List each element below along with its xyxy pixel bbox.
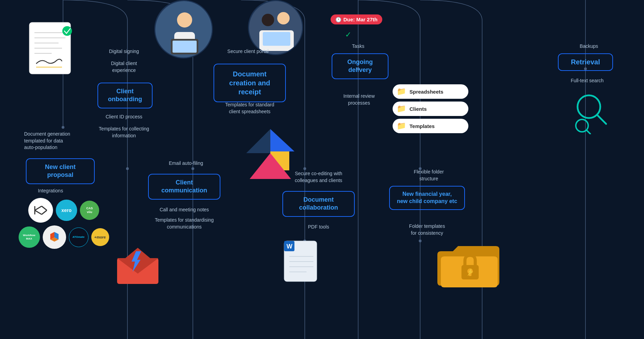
svg-line-54 bbox=[586, 130, 590, 134]
email-autofiling-label: Email auto-filing bbox=[152, 160, 220, 167]
folder-icon-templates: 📁 bbox=[397, 121, 406, 130]
fulltext-label: Full-text search bbox=[560, 77, 615, 84]
due-badge: 🕐 Due: Mar 27th bbox=[331, 14, 382, 24]
svg-point-0 bbox=[62, 126, 64, 129]
folder-templates: 📁 Templates bbox=[393, 119, 468, 133]
doc-gen-label: Document generation templated for data a… bbox=[24, 131, 93, 151]
backups-label: Backups bbox=[561, 43, 616, 50]
svg-point-36 bbox=[262, 14, 274, 26]
signed-document bbox=[28, 21, 76, 76]
svg-point-7 bbox=[419, 240, 422, 242]
pdf-tools-label: PDF tools bbox=[289, 224, 348, 231]
client-id-label: Client ID process bbox=[96, 114, 152, 120]
more-logo: +more bbox=[91, 228, 109, 246]
digital-signing-label: Digital signing bbox=[96, 48, 152, 55]
folder-templates-label: Folder templates for consistency bbox=[391, 223, 463, 236]
clock-icon: 🕐 bbox=[335, 17, 341, 22]
folder-lock-icon bbox=[434, 241, 503, 289]
folder-clients: 📁 Clients bbox=[393, 102, 468, 116]
search-icons bbox=[572, 89, 616, 134]
client-communication-box: Client communication bbox=[148, 174, 220, 200]
tasks-checkmark: ✓ bbox=[345, 30, 351, 39]
svg-rect-39 bbox=[263, 32, 290, 46]
svg-text:W: W bbox=[287, 243, 292, 250]
new-financial-year-box: New financial year, new child company et… bbox=[389, 186, 465, 210]
new-client-proposal-box: New client proposal bbox=[26, 158, 95, 184]
templates-collecting-label: Templates for collecting information bbox=[91, 126, 157, 139]
svg-marker-40 bbox=[270, 129, 294, 151]
document-creation-box: Document creation and receipt bbox=[214, 64, 286, 102]
secure-portal-label: Secure client portal bbox=[214, 48, 282, 55]
integration-logos: xero CAS viiu WorkflowMAX ATOmate +more bbox=[17, 198, 110, 249]
templates-spreadsheets-label: Templates for standard client spreadshee… bbox=[214, 102, 286, 115]
tasks-label: Tasks bbox=[334, 43, 382, 50]
word-doc-icon: W bbox=[282, 239, 324, 284]
folder-icon-spreadsheets: 📁 bbox=[397, 87, 406, 96]
folder-icon-clients: 📁 bbox=[397, 104, 406, 113]
email-icon bbox=[114, 241, 162, 286]
workflowmax-logo: WorkflowMAX bbox=[19, 226, 40, 248]
xero-logo: xero bbox=[56, 200, 77, 221]
svg-point-27 bbox=[177, 12, 192, 28]
client-onboarding-box: Client onboarding bbox=[97, 83, 153, 108]
office365-logo bbox=[43, 225, 66, 249]
flexible-folder-label: Flexible folder structure bbox=[394, 169, 463, 182]
client-onboarding-photo bbox=[154, 0, 213, 59]
call-notes-label: Call and meeting notes bbox=[148, 206, 220, 213]
svg-marker-43 bbox=[246, 129, 270, 153]
document-creation-photo bbox=[248, 0, 303, 55]
svg-line-19 bbox=[35, 210, 42, 214]
svg-point-3 bbox=[303, 167, 306, 170]
svg-point-1 bbox=[126, 167, 129, 170]
integrations-label: Integrations bbox=[38, 188, 63, 194]
main-canvas: Document generation templated for data a… bbox=[0, 0, 644, 339]
document-collaboration-box: Document collaboration bbox=[282, 191, 355, 217]
svg-line-20 bbox=[42, 206, 47, 210]
ongoing-delivery-box: Ongoing delivery bbox=[332, 53, 388, 79]
digital-client-label: Digital client experience bbox=[96, 60, 152, 74]
svg-line-18 bbox=[35, 206, 42, 210]
cas-logo: CAS viiu bbox=[80, 201, 99, 220]
svg-rect-30 bbox=[173, 41, 197, 53]
svg-point-2 bbox=[191, 167, 194, 170]
co-editing-label: Secure co-editing with colleagues and cl… bbox=[279, 170, 358, 184]
folder-items: 📁 Spreadsheets 📁 Clients 📁 Templates bbox=[393, 84, 468, 136]
svg-line-52 bbox=[597, 115, 606, 124]
standardising-label: Templates for standardising communicatio… bbox=[145, 217, 224, 230]
karbon-logo bbox=[28, 198, 53, 223]
folder-spreadsheets: 📁 Spreadsheets bbox=[393, 84, 468, 99]
retrieval-box: Retrieval bbox=[558, 53, 613, 71]
svg-line-21 bbox=[42, 210, 47, 214]
atomate-logo: ATOmate bbox=[69, 227, 89, 247]
svg-point-16 bbox=[62, 26, 72, 36]
internal-review-label: Internal review processes bbox=[331, 93, 387, 106]
svg-point-37 bbox=[277, 12, 290, 24]
